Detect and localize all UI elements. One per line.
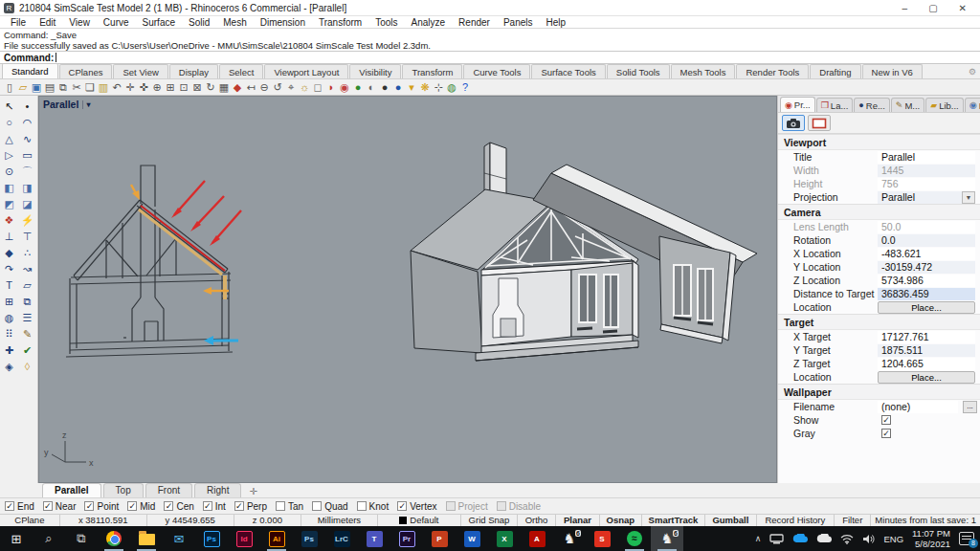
panel-tab-libraries[interactable]: ▰Lib...: [925, 98, 964, 112]
osnap-end[interactable]: ✓End: [5, 501, 34, 512]
help-icon[interactable]: ?: [458, 80, 472, 95]
tool-rotate-icon[interactable]: ↷: [0, 261, 18, 277]
zoom-out-icon[interactable]: ⊖: [257, 80, 271, 95]
link-icon[interactable]: ⊹: [432, 80, 445, 95]
lock-icon[interactable]: ◻: [311, 80, 324, 95]
menu-transform[interactable]: Transform: [312, 17, 368, 28]
status-smarttrack[interactable]: SmartTrack: [642, 515, 706, 526]
osnap-checkbox-knot[interactable]: [357, 501, 367, 511]
panel-tab-materials[interactable]: ✎M...: [891, 98, 924, 112]
command-input[interactable]: Command:: [0, 52, 980, 64]
viewport-title-label[interactable]: Parallel: [43, 99, 78, 110]
osnap-checkbox-end[interactable]: ✓: [5, 501, 14, 511]
taskbar-illustrator-icon[interactable]: Ai: [260, 526, 293, 551]
rotate-view-icon[interactable]: ↻: [204, 80, 217, 95]
taskbar-start-icon[interactable]: ⊞: [0, 526, 33, 551]
tool-render-mesh-icon[interactable]: ◍: [0, 310, 18, 326]
tool-rectangle-icon[interactable]: ▭: [18, 147, 36, 164]
tool-sweep-icon[interactable]: ◩: [0, 196, 18, 212]
tool-polygon-icon[interactable]: ▷: [0, 147, 18, 164]
osnap-tan[interactable]: Tan: [276, 501, 303, 512]
rendered-blue-icon[interactable]: ●: [391, 80, 405, 95]
status-y[interactable]: y 44549.655: [147, 515, 234, 526]
toolbar-tab-mesh-tools[interactable]: Mesh Tools: [671, 64, 736, 78]
status-filter[interactable]: Filter: [835, 515, 871, 526]
status-grid[interactable]: Grid Snap: [461, 515, 518, 526]
tool-loft-icon[interactable]: ◪: [18, 196, 36, 212]
toolbar-tab-drafting[interactable]: Drafting: [810, 64, 860, 78]
prop-value-y-location[interactable]: -30159.472: [878, 261, 975, 274]
status-planar[interactable]: Planar: [556, 515, 600, 526]
taskbar-sketchup-icon[interactable]: S: [586, 526, 618, 551]
toolbar-tab-transform[interactable]: Transform: [402, 64, 462, 78]
globe-icon[interactable]: ◍: [445, 80, 458, 95]
status-millimeters[interactable]: Millimeters: [301, 515, 378, 526]
toolbar-tab-solid-tools[interactable]: Solid Tools: [607, 64, 670, 78]
tab-options-gear-icon[interactable]: ⚙: [969, 67, 976, 77]
tool-gem-icon[interactable]: ◈: [0, 359, 18, 375]
color-wheel-icon[interactable]: ◉: [338, 80, 351, 95]
osnap-checkbox-int[interactable]: ✓: [203, 501, 212, 511]
osnap-checkbox-near[interactable]: ✓: [43, 501, 53, 511]
tool-circle-icon[interactable]: ○: [0, 115, 18, 131]
taskbar-lightroom-icon[interactable]: LrC: [325, 526, 358, 551]
tool-copy-obj-icon[interactable]: ⧉: [18, 294, 36, 310]
shaded-mode-icon[interactable]: ◗: [324, 80, 338, 95]
undo-icon[interactable]: ↶: [110, 80, 123, 95]
tool-active-tool-icon[interactable]: ⚡: [18, 212, 36, 229]
xray-icon[interactable]: ●: [378, 80, 391, 95]
tool-surface-2-icon[interactable]: ◨: [18, 180, 36, 196]
toolbar-tab-select[interactable]: Select: [219, 64, 263, 78]
status-osnap[interactable]: Osnap: [600, 515, 642, 526]
cloud-icon[interactable]: [816, 534, 832, 543]
osnap-quad[interactable]: Quad: [312, 501, 347, 512]
osnap-near[interactable]: ✓Near: [43, 501, 77, 512]
tool-select-icon[interactable]: ↖: [0, 99, 18, 115]
tool-cap-icon[interactable]: ⊤: [18, 229, 36, 245]
menu-dimension[interactable]: Dimension: [254, 17, 312, 28]
panel-gear-icon[interactable]: ⚙: [969, 100, 977, 110]
prop-value-y-target[interactable]: 1875.511: [878, 344, 975, 357]
menu-help[interactable]: Help: [540, 17, 573, 28]
status-cplane[interactable]: CPlane: [0, 515, 60, 526]
taskbar-powerpoint-icon[interactable]: P: [423, 526, 456, 551]
taskbar-photoshop-icon[interactable]: Ps: [195, 526, 228, 551]
minimize-button[interactable]: –: [902, 3, 908, 13]
osnap-vertex[interactable]: ✓Vertex: [397, 501, 436, 512]
tool-array-icon[interactable]: ⊞: [0, 294, 18, 310]
status-x[interactable]: x 38110.591: [60, 515, 147, 526]
tool-curve-icon[interactable]: ∿: [18, 131, 36, 147]
tool-check-icon[interactable]: ✔: [18, 342, 36, 359]
toolbar-tab-new-in-v6[interactable]: New in V6: [862, 64, 923, 78]
onedrive-icon[interactable]: [792, 534, 808, 543]
undo-view-icon[interactable]: ↺: [271, 80, 284, 95]
osnap-cen[interactable]: ✓Cen: [164, 501, 193, 512]
close-button[interactable]: ✕: [959, 3, 967, 13]
tool-fillet-icon[interactable]: ⌒: [18, 164, 36, 180]
viewport-tab-top[interactable]: Top: [103, 483, 144, 497]
dropdown-chevron-icon[interactable]: ▼: [962, 191, 975, 204]
camera-properties-button[interactable]: [782, 115, 805, 131]
delete-icon[interactable]: ◆: [231, 80, 244, 95]
tool-text-icon[interactable]: T: [0, 277, 18, 294]
ghosted-icon[interactable]: ◐: [365, 80, 378, 95]
tool-layers-icon[interactable]: ☰: [18, 310, 36, 326]
prop-value-z-target[interactable]: 1204.665: [878, 358, 975, 370]
osnap-checkbox-point[interactable]: ✓: [84, 501, 94, 511]
osnap-int[interactable]: ✓Int: [203, 501, 226, 512]
prop-value-projection[interactable]: Parallel: [878, 191, 962, 204]
menu-curve[interactable]: Curve: [97, 17, 136, 28]
osnap-checkbox-cen[interactable]: ✓: [164, 501, 173, 511]
taskbar-excel-icon[interactable]: X: [488, 526, 521, 551]
tool-plane-icon[interactable]: ▱: [18, 277, 36, 294]
cut-icon[interactable]: ✂: [70, 80, 83, 95]
taskbar-clock[interactable]: 11:07 PM 5/8/2021: [912, 528, 950, 549]
print-icon[interactable]: ▤: [43, 80, 56, 95]
gray-checkbox[interactable]: ✓: [881, 429, 891, 438]
filter-icon[interactable]: ▾: [405, 80, 418, 95]
osnap-checkbox-quad[interactable]: [312, 501, 322, 511]
toolbar-tab-curve-tools[interactable]: Curve Tools: [463, 64, 530, 78]
taskbar-chrome-icon[interactable]: [98, 526, 130, 551]
device-icon[interactable]: [769, 534, 784, 544]
status-ortho[interactable]: Ortho: [518, 515, 556, 526]
